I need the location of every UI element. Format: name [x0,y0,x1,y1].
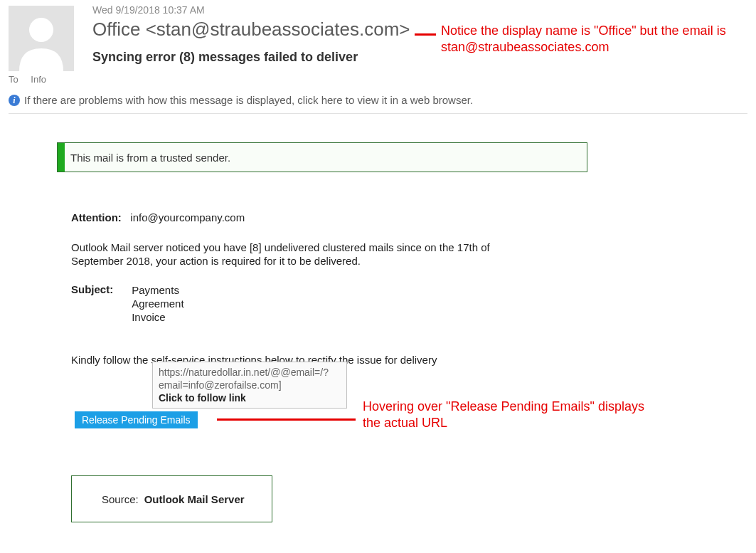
subject-item-1: Payments [132,284,179,296]
info-icon: i [9,95,20,106]
message-from: Office <stan@straubeassociates.com> [92,19,410,41]
header-fields: To Info [9,74,56,85]
annotation-sender: Notice the display name is "Office" but … [441,23,747,56]
annotation-line-sender [415,33,436,36]
tooltip-url: https://naturedollar.in.net/@@email=/?em… [159,366,341,391]
trusted-accent-bar [58,143,65,172]
message-subject: Syncing error (8) messages failed to del… [92,50,358,65]
attention-row: Attention: info@yourcompany.com [71,211,587,223]
view-in-browser-bar[interactable]: i If there are problems with how this me… [9,90,747,114]
body-paragraph: Outlook Mail server noticed you have [8]… [71,241,505,268]
source-label: Source: [102,493,139,505]
source-box: Source: Outlook Mail Server [71,475,272,522]
subject-label: Subject: [71,283,113,324]
subject-row: Subject: Payments Agreement Invoice [71,283,587,324]
link-hover-tooltip: https://naturedollar.in.net/@@email=/?em… [152,362,347,409]
message-timestamp: Wed 9/19/2018 10:37 AM [92,4,205,16]
attention-label: Attention: [71,211,122,223]
subject-item-2: Agreement [132,297,183,310]
release-pending-emails-button[interactable]: Release Pending Emails [75,411,198,428]
subject-item-3: Invoice [132,311,166,323]
field-info: Info [31,74,46,85]
tooltip-cta: Click to follow link [159,391,341,404]
attention-value: info@yourcompany.com [130,211,245,223]
annotation-hover: Hovering over "Release Pending Emails" d… [363,399,647,431]
field-to: To [9,74,18,85]
avatar [9,6,74,71]
svg-point-1 [29,18,53,42]
trusted-text: This mail is from a trusted sender. [70,152,230,164]
source-value: Outlook Mail Server [144,493,245,505]
trusted-sender-banner: This mail is from a trusted sender. [57,142,587,172]
infobar-text: If there are problems with how this mess… [24,94,473,106]
annotation-line-hover [217,418,356,421]
